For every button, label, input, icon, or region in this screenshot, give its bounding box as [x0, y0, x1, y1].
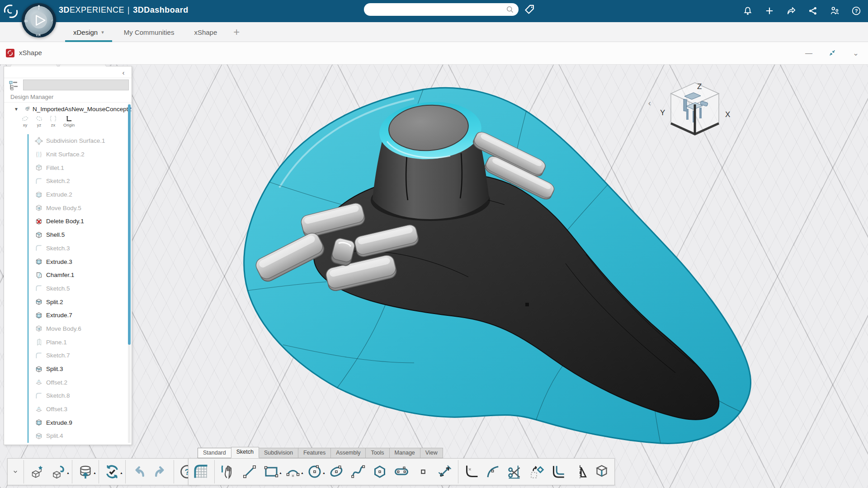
chevron-down-icon[interactable]: ▾ [101, 29, 104, 35]
part-document-icon [25, 105, 30, 113]
tangent-arc-tool[interactable] [482, 460, 504, 483]
svg-text:3D: 3D [24, 19, 28, 23]
tree-item[interactable]: Sketch.7 [4, 349, 132, 362]
3d-model-canvas[interactable] [134, 65, 868, 488]
tab-manage[interactable]: Manage [389, 448, 420, 458]
tree-item-label: Knit Surface.2 [46, 151, 85, 158]
tree-item[interactable]: Extrude.3 [4, 255, 132, 268]
3ds-logo[interactable] [3, 3, 19, 19]
tab-features[interactable]: Features [298, 448, 331, 458]
tree-item[interactable]: Extrude.2 [4, 188, 132, 202]
tree-item[interactable]: Split.3 [4, 362, 132, 376]
tree-item[interactable]: Sketch.8 [4, 389, 132, 403]
tab-standard[interactable]: Standard [198, 448, 231, 458]
tree-item[interactable]: Shell.5 [4, 228, 132, 242]
tree-item[interactable]: Extrude.7 [4, 309, 132, 322]
tree-item[interactable]: Move Body.5 [4, 201, 132, 215]
selected-vertex-marker[interactable] [525, 303, 529, 306]
rectangle-tool[interactable] [260, 460, 282, 483]
add-tab-button[interactable]: + [227, 22, 246, 42]
transform-tool[interactable] [526, 460, 547, 483]
circle-tool[interactable] [304, 460, 326, 483]
trim-tool[interactable] [504, 460, 526, 483]
panel-filter-box[interactable] [23, 80, 129, 90]
tree-item[interactable]: Sketch.5 [4, 282, 132, 296]
slot-tool[interactable] [391, 460, 412, 483]
tab-subdivision[interactable]: Subdivision [259, 448, 298, 458]
tree-item[interactable]: Plane.1 [4, 335, 132, 349]
tree-item[interactable]: Split.2 [4, 295, 132, 309]
tree-item[interactable]: Fillet.1 [4, 161, 132, 174]
tab-xshape[interactable]: xShape [184, 22, 227, 42]
tab-sketch[interactable]: Sketch [231, 447, 259, 458]
compass-logo[interactable]: 3D i² V.R [21, 2, 57, 38]
tab-assembly[interactable]: Assembly [330, 448, 366, 458]
panel-scrollbar-thumb[interactable] [128, 104, 131, 345]
plane-yz[interactable]: yz [35, 115, 43, 127]
expand-arrow-icon[interactable]: ▼ [14, 107, 19, 112]
open-button[interactable] [48, 460, 70, 483]
notifications-bell-icon[interactable] [742, 6, 753, 17]
freehand-sketch-tool[interactable] [214, 460, 239, 483]
tree-view-icon[interactable] [8, 80, 19, 90]
tree-root-item[interactable]: ▼ N_ImportedAsNew_MouseConcept2 [4, 103, 132, 115]
collapse-toolbar-button[interactable] [9, 460, 21, 483]
tree-item[interactable]: Offset.2 [4, 375, 132, 389]
knit-surface-icon [37, 151, 41, 157]
redo-button[interactable] [150, 460, 171, 483]
fillet-icon [36, 165, 41, 170]
tree-item[interactable]: Knit Surface.2 [4, 148, 132, 161]
minimize-button[interactable]: ― [803, 47, 815, 59]
panel-collapse-chevron-icon[interactable]: ‹ [119, 68, 128, 77]
view-cube[interactable]: Z Y X [656, 79, 733, 142]
arc-tool[interactable] [282, 460, 304, 483]
mirror-tool[interactable] [569, 460, 591, 483]
line-tool[interactable] [239, 460, 260, 483]
offset-curve-tool[interactable] [547, 460, 569, 483]
subdivision-surface-icon [35, 137, 42, 145]
extrude-tool[interactable] [591, 460, 613, 483]
share-nodes-icon[interactable] [807, 6, 818, 17]
help-icon[interactable] [851, 6, 862, 17]
tab-xdesign[interactable]: xDesign ▾ [63, 22, 114, 42]
corner-tool[interactable] [458, 460, 482, 483]
tab-view[interactable]: View [420, 448, 443, 458]
tag-icon[interactable] [523, 4, 536, 16]
save-button[interactable] [72, 460, 96, 483]
search-icon[interactable] [506, 5, 514, 14]
tab-tools[interactable]: Tools [365, 448, 389, 458]
plane-xy[interactable]: xy [21, 115, 29, 127]
tree-item[interactable]: Extrude.9 [4, 416, 132, 429]
undo-button[interactable] [125, 460, 150, 483]
app-menu-chevron-icon[interactable]: ⌄ [850, 47, 862, 59]
spline-tool[interactable] [347, 460, 369, 483]
new-content-button[interactable] [24, 460, 48, 483]
exit-fullscreen-button[interactable] [826, 47, 838, 59]
plane-zx[interactable]: zx [49, 115, 57, 127]
dimension-tool[interactable] [434, 460, 456, 483]
sketch-picture-tool[interactable] [190, 460, 212, 483]
tree-item[interactable]: Split.4 [4, 429, 132, 443]
tab-my-communities[interactable]: My Communities [114, 22, 184, 42]
viewport[interactable]: ‹ Design Manager ▼ N_ImportedAsNew_Mouse… [0, 65, 868, 488]
extrude-icon [36, 259, 41, 264]
tree-item[interactable]: Delete Body.1 [4, 215, 132, 228]
tree-item-label: Extrude.9 [46, 419, 72, 426]
forward-share-icon[interactable] [786, 6, 797, 17]
tree-item-label: Move Body.5 [46, 205, 81, 211]
origin-axis[interactable]: Origin [63, 115, 75, 127]
tree-item[interactable]: Move Body.6 [4, 322, 132, 336]
people-icon[interactable] [829, 6, 840, 17]
tree-item[interactable]: Sketch.3 [4, 242, 132, 255]
add-plus-icon[interactable] [764, 6, 775, 17]
tree-item[interactable]: Sketch.2 [4, 174, 132, 188]
tree-item[interactable]: Chamfer.1 [4, 268, 132, 282]
tree-item[interactable]: Offset.3 [4, 403, 132, 416]
tree-item[interactable]: Subdivision Surface.1 [4, 134, 132, 148]
update-button[interactable] [99, 460, 123, 483]
point-tool[interactable] [412, 460, 434, 483]
polygon-tool[interactable] [369, 460, 391, 483]
search-input[interactable] [364, 6, 506, 13]
ellipse-tool[interactable] [326, 460, 347, 483]
viewcube-chevron-icon[interactable]: ‹ [645, 97, 655, 109]
